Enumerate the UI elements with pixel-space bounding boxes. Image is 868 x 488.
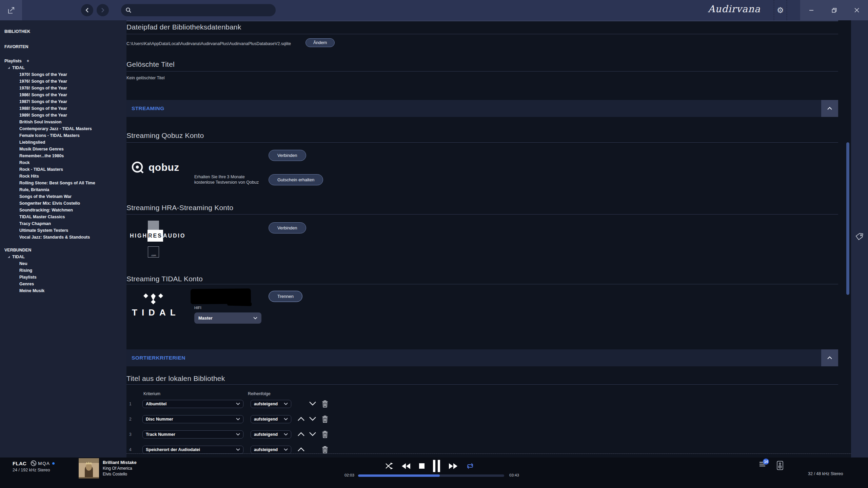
playlist-item[interactable]: British Soul Invasion: [0, 119, 126, 125]
maximize-button[interactable]: [823, 0, 846, 20]
qobuz-voucher-button[interactable]: Gutschein erhalten: [269, 174, 323, 185]
criterion-value: Disc Nummer: [146, 417, 173, 422]
order-select[interactable]: aufsteigend: [251, 430, 291, 439]
order-select[interactable]: aufsteigend: [251, 400, 291, 408]
divider: [126, 71, 838, 72]
playlist-item[interactable]: Contemporary Jazz - TIDAL Masters: [0, 125, 126, 132]
playlists-group-tidal[interactable]: TIDAL: [0, 64, 126, 71]
playlist-item[interactable]: Vocal Jazz: Standards & Standouts: [0, 234, 126, 241]
playlist-item[interactable]: Tracy Chapman: [0, 220, 126, 227]
format-line: FLAC MQA: [13, 460, 55, 466]
progress-bar[interactable]: [358, 474, 504, 477]
stop-button[interactable]: [419, 463, 425, 470]
playlist-item[interactable]: Soundtracking: Watchmen: [0, 207, 126, 214]
change-db-path-button[interactable]: Ändern: [305, 38, 335, 47]
move-up-button[interactable]: [296, 432, 306, 436]
playlist-item[interactable]: Lieblingslied: [0, 139, 126, 146]
verbunden-item[interactable]: Genres: [0, 281, 126, 287]
playlist-item[interactable]: Remember...the 1980s: [0, 152, 126, 159]
playlist-list: 1970! Songs of the Year 1976! Songs of t…: [0, 71, 126, 241]
trash-icon: [322, 400, 328, 408]
repeat-button[interactable]: [466, 463, 474, 470]
delete-criterion-button[interactable]: [322, 431, 328, 440]
verbunden-group-tidal[interactable]: TIDAL: [0, 253, 126, 260]
criterion-select[interactable]: Albumtitel: [142, 400, 243, 408]
focus-dotted-line: [126, 453, 851, 454]
qobuz-connect-button[interactable]: Verbinden: [269, 150, 306, 161]
playlist-item[interactable]: Rule, Britannia: [0, 186, 126, 193]
tag-icon[interactable]: [855, 232, 864, 243]
hra-connect-button[interactable]: Verbinden: [269, 222, 306, 233]
playlists-label[interactable]: Playlists: [4, 59, 22, 63]
move-down-button[interactable]: [308, 416, 318, 421]
criterion-column-label: Kriterium: [143, 391, 160, 396]
search-input[interactable]: [135, 7, 271, 13]
output-device-button[interactable]: [777, 461, 783, 471]
previous-button[interactable]: [402, 463, 411, 470]
minimize-button[interactable]: [800, 0, 823, 20]
shuffle-button[interactable]: [385, 463, 393, 471]
verbunden-item[interactable]: Neu: [0, 260, 126, 267]
forward-button[interactable]: [97, 4, 109, 16]
playlist-item[interactable]: Rock - TIDAL Masters: [0, 166, 126, 173]
sort-criteria-list: 1 Albumtitel aufsteigend: [126, 400, 838, 461]
play-queue-button[interactable]: 14: [760, 461, 767, 468]
tidal-quality-value: Master: [198, 316, 213, 321]
close-button[interactable]: [845, 0, 868, 20]
playlist-item[interactable]: 1976! Songs of the Year: [0, 78, 126, 85]
playlist-item[interactable]: Musik Diverse Genres: [0, 146, 126, 152]
move-down-button[interactable]: [308, 401, 318, 406]
settings-page: Dateipfad der Bibliotheksdatenbank C:\Us…: [126, 20, 851, 458]
delete-criterion-button[interactable]: [322, 400, 328, 409]
mqa-auth-dot: [52, 462, 55, 465]
next-button[interactable]: [449, 463, 457, 470]
criterion-select[interactable]: Speicherort der Audiodatei: [142, 446, 243, 454]
sidebar-item-bibliothek[interactable]: BIBLIOTHEK: [0, 28, 126, 35]
search-box: [121, 4, 276, 16]
settings-gear-button[interactable]: ⚙: [774, 0, 787, 20]
pause-button[interactable]: [433, 460, 440, 473]
verbunden-item[interactable]: Meine Musik: [0, 287, 126, 294]
verbunden-item[interactable]: Rising: [0, 267, 126, 274]
order-select[interactable]: aufsteigend: [251, 415, 291, 423]
row-number: 3: [129, 432, 132, 437]
sidebar-item-favoriten[interactable]: FAVORITEN: [0, 43, 126, 50]
playlist-item[interactable]: Ultimate System Testers: [0, 227, 126, 234]
move-up-button[interactable]: [296, 447, 306, 452]
player-bar: FLAC MQA 24 / 192 kHz Stereo Brilliant M…: [0, 458, 868, 488]
criterion-select[interactable]: Disc Nummer: [142, 415, 243, 423]
playlist-item[interactable]: 1970! Songs of the Year: [0, 71, 126, 78]
playlist-item[interactable]: Songwriter Mix: Elvis Costello: [0, 200, 126, 207]
qobuz-section: Verbinden qobuz Erhalten Sie Ihre 3 Mona…: [126, 146, 838, 191]
move-up-button[interactable]: [296, 416, 306, 421]
album-art[interactable]: [79, 458, 99, 479]
playlist-item[interactable]: 1988! Songs of the Year: [0, 105, 126, 112]
scrollbar-thumb[interactable]: [846, 142, 849, 295]
playlist-item[interactable]: 1978! Songs of the Year: [0, 85, 126, 92]
order-select[interactable]: aufsteigend: [251, 446, 291, 454]
qobuz-icon: [131, 161, 144, 174]
playlist-item[interactable]: Rock: [0, 159, 126, 166]
collapse-streaming-button[interactable]: [821, 100, 838, 117]
playlist-item[interactable]: TIDAL Master Classics: [0, 214, 126, 220]
playlist-item[interactable]: 1989! Songs of the Year: [0, 112, 126, 119]
playlist-item[interactable]: 1986! Songs of the Year: [0, 92, 126, 98]
tidal-quality-select[interactable]: Master: [194, 312, 261, 324]
arrow-down-icon: [309, 432, 316, 436]
playlist-item[interactable]: Rolling Stone: Best Songs of All Time: [0, 180, 126, 186]
playlist-item[interactable]: Rock Hits: [0, 173, 126, 180]
back-button[interactable]: [81, 4, 93, 16]
playlist-item[interactable]: Female Icons - TIDAL Masters: [0, 132, 126, 139]
open-external-button[interactable]: [0, 0, 22, 20]
verbunden-item[interactable]: Playlists: [0, 274, 126, 281]
playlist-item[interactable]: 1987! Songs of the Year: [0, 98, 126, 105]
collapse-sorting-button[interactable]: [821, 349, 838, 366]
add-playlist-button[interactable]: +: [27, 59, 29, 63]
tidal-disconnect-button[interactable]: Trennen: [269, 291, 302, 302]
move-down-button[interactable]: [308, 432, 318, 436]
playlist-item[interactable]: Songs of the Vietnam War: [0, 193, 126, 200]
arrow-down-icon: [309, 401, 316, 406]
delete-criterion-button[interactable]: [322, 415, 328, 424]
criterion-select[interactable]: Track Nummer: [142, 430, 243, 439]
tidal-plan-label: HIFI: [194, 306, 201, 310]
